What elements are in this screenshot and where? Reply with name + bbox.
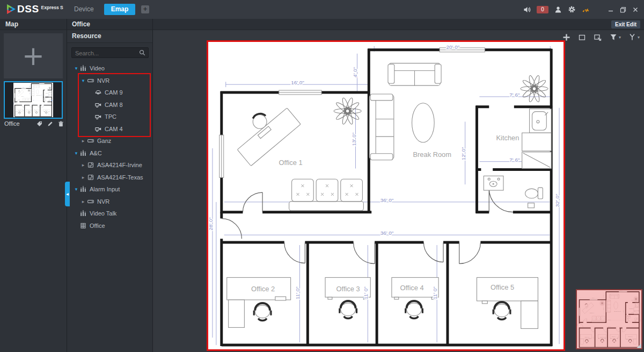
resource-tree: ▾Video▾NVRCAM 9CAM 8TPCCAM 4▸Ganz▾A&C▸AS…: [67, 62, 153, 352]
building-icon: [80, 222, 86, 229]
floor-plan-image: [208, 42, 564, 349]
minimap-image: [577, 290, 641, 348]
tree-item-label: CAM 8: [105, 102, 123, 108]
alarm-count-badge[interactable]: 0: [537, 6, 548, 13]
tree-item-label: Office: [90, 222, 105, 229]
map-panel-title: Map: [0, 19, 67, 30]
app-edition: Express S: [41, 5, 63, 10]
map-toolbar: ▾ ▾: [562, 31, 640, 43]
caret-right-icon[interactable]: ▸: [80, 162, 86, 168]
resource-panel: Resource ▾Video▾NVRCAM 9CAM 8TPCCAM 4▸Ga…: [67, 30, 153, 352]
tree-item-label: CAM 9: [105, 89, 123, 96]
search-box[interactable]: [71, 47, 149, 58]
video-talk-icon: [80, 210, 86, 217]
tab-device[interactable]: Device: [74, 0, 94, 19]
caret-down-icon[interactable]: ▾: [74, 150, 79, 156]
select-rect-icon[interactable]: [578, 33, 586, 41]
tab-emap[interactable]: Emap: [104, 4, 135, 15]
add-map-plus-icon: +: [22, 42, 45, 69]
map-thumbnail-image: [13, 83, 53, 117]
filter-icon[interactable]: [610, 33, 617, 41]
tree-item-alarm-input[interactable]: ▾Alarm Input: [67, 183, 153, 196]
tree-item-nvr[interactable]: ▾NVR: [67, 75, 153, 87]
tree-item-label: TPC: [105, 113, 116, 120]
tree-item-video-talk[interactable]: Video Talk: [67, 207, 153, 220]
alarm-group-icon: [80, 186, 86, 192]
video-channel-icon: [80, 65, 86, 71]
current-map-title: Office: [67, 19, 153, 30]
user-icon[interactable]: [554, 6, 562, 13]
box-camera-icon: [95, 126, 101, 132]
tree-item-cam-9[interactable]: CAM 9: [67, 87, 153, 99]
app-name: DSS: [17, 3, 39, 15]
resource-panel-title: Resource: [67, 30, 152, 43]
dome-camera-icon: [95, 89, 101, 96]
close-button[interactable]: [632, 6, 639, 13]
title-bar: DSS Express S Device Emap + 0: [0, 0, 644, 19]
nvr-icon: [87, 198, 94, 205]
caret-right-icon[interactable]: ▸: [80, 175, 86, 180]
minimize-button[interactable]: [608, 6, 614, 13]
filter-caret-icon[interactable]: ▾: [619, 35, 621, 40]
tree-item-cam-8[interactable]: CAM 8: [67, 99, 153, 111]
device-display-filter-icon[interactable]: [628, 33, 636, 41]
alarm-sound-icon[interactable]: [523, 6, 531, 13]
tree-item-tpc[interactable]: TPC: [67, 111, 153, 123]
tree-item-label: NVR: [97, 77, 109, 84]
search-input[interactable]: [72, 48, 135, 58]
add-map-tile[interactable]: +: [4, 33, 63, 78]
access-panel-icon: [87, 174, 94, 181]
minimap-overview[interactable]: [576, 289, 642, 349]
map-thumbnail-office[interactable]: [4, 81, 63, 119]
zoom-rect-icon[interactable]: [594, 33, 602, 41]
tree-item-label: NVR: [97, 198, 109, 205]
tree-item-label: A&C: [90, 150, 102, 156]
box-camera-icon: [95, 113, 101, 120]
tag-icon[interactable]: [36, 121, 42, 127]
nvr-icon: [87, 77, 94, 84]
gear-icon[interactable]: [568, 5, 576, 13]
tree-item-label: CAM 4: [105, 126, 123, 132]
tree-item-asa4214f-irvine[interactable]: ▸ASA4214F-Irvine: [67, 159, 153, 171]
map-thumbnail-label: Office: [4, 120, 20, 127]
edit-pencil-icon[interactable]: [47, 121, 53, 127]
network-status-icon[interactable]: [582, 6, 590, 13]
caret-down-icon[interactable]: ▾: [74, 66, 79, 71]
restore-button[interactable]: [620, 6, 626, 13]
access-panel-icon: [87, 162, 94, 168]
tree-item-label: ASA4214F-Irvine: [97, 162, 142, 168]
tree-item-video[interactable]: ▾Video: [67, 62, 153, 75]
delete-trash-icon[interactable]: [58, 121, 64, 127]
search-icon[interactable]: [139, 49, 145, 56]
dss-logo-icon: [5, 3, 17, 15]
tree-item-label: Video Talk: [90, 210, 116, 217]
map-header-strip: Exit Edit: [153, 19, 644, 30]
tree-item-a-c[interactable]: ▾A&C: [67, 147, 153, 160]
tree-item-label: Alarm Input: [90, 186, 120, 192]
box-camera-icon: [95, 102, 101, 108]
caret-right-icon[interactable]: ▸: [80, 138, 86, 143]
tree-item-nvr[interactable]: ▸NVR: [67, 196, 153, 208]
tree-item-cam-4[interactable]: CAM 4: [67, 123, 153, 135]
tree-item-asa4214f-texas[interactable]: ▸ASA4214F-Texas: [67, 171, 153, 184]
tree-item-label: ASA4214F-Texas: [97, 174, 143, 181]
tree-item-ganz[interactable]: ▸Ganz: [67, 135, 153, 147]
panel-collapse-handle[interactable]: ◄: [65, 182, 70, 206]
caret-down-icon[interactable]: ▾: [80, 78, 86, 83]
floor-plan-map[interactable]: [207, 40, 565, 351]
exit-edit-button[interactable]: Exit Edit: [611, 20, 640, 28]
map-canvas[interactable]: ▾ ▾: [153, 30, 644, 352]
caret-down-icon[interactable]: ▾: [74, 186, 79, 192]
tree-item-label: Video: [90, 65, 105, 71]
tree-item-office[interactable]: Office: [67, 220, 153, 232]
nvr-icon: [87, 138, 94, 144]
access-group-icon: [80, 150, 86, 156]
add-tab-button[interactable]: +: [141, 5, 149, 13]
map-list-panel: + Office: [0, 30, 67, 352]
caret-right-icon[interactable]: ▸: [80, 199, 86, 204]
app-logo: DSS Express S: [5, 3, 63, 15]
tree-item-label: Ganz: [97, 138, 111, 144]
device-display-caret-icon[interactable]: ▾: [638, 35, 640, 40]
